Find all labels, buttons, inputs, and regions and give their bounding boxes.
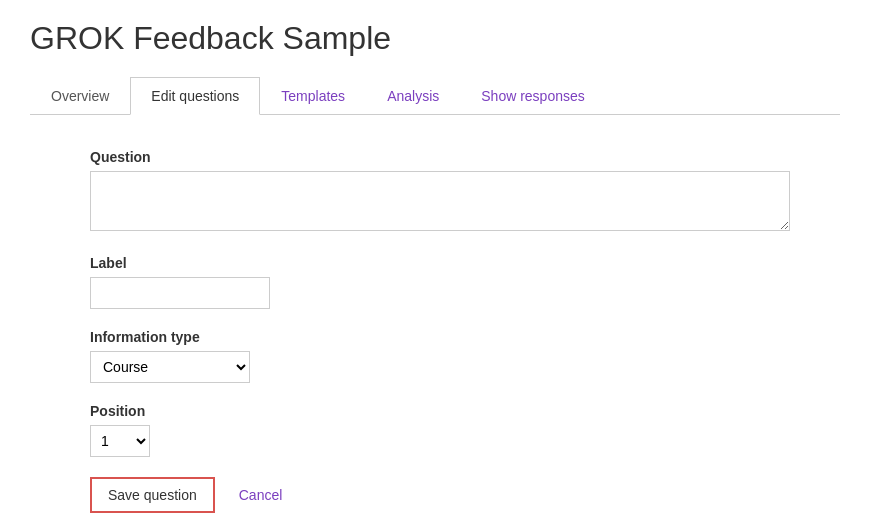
tab-edit-questions[interactable]: Edit questions xyxy=(130,77,260,115)
question-group: Question xyxy=(90,149,840,235)
position-group: Position 1 xyxy=(90,403,840,457)
page-title: GROK Feedback Sample xyxy=(30,20,840,57)
info-type-group: Information type Course xyxy=(90,329,840,383)
question-label: Question xyxy=(90,149,840,165)
tab-nav: Overview Edit questions Templates Analys… xyxy=(30,77,840,115)
position-select[interactable]: 1 xyxy=(90,425,150,457)
info-type-select[interactable]: Course xyxy=(90,351,250,383)
position-label: Position xyxy=(90,403,840,419)
label-input[interactable] xyxy=(90,277,270,309)
tab-analysis[interactable]: Analysis xyxy=(366,77,460,115)
button-row: Save question Cancel xyxy=(90,477,840,513)
save-question-button[interactable]: Save question xyxy=(90,477,215,513)
tab-overview[interactable]: Overview xyxy=(30,77,130,115)
info-type-label: Information type xyxy=(90,329,840,345)
form-section: Question Label Information type Course P… xyxy=(30,139,840,513)
tab-templates[interactable]: Templates xyxy=(260,77,366,115)
tab-show-responses[interactable]: Show responses xyxy=(460,77,606,115)
cancel-button[interactable]: Cancel xyxy=(235,479,287,511)
label-group: Label xyxy=(90,255,840,309)
question-input[interactable] xyxy=(90,171,790,231)
label-label: Label xyxy=(90,255,840,271)
